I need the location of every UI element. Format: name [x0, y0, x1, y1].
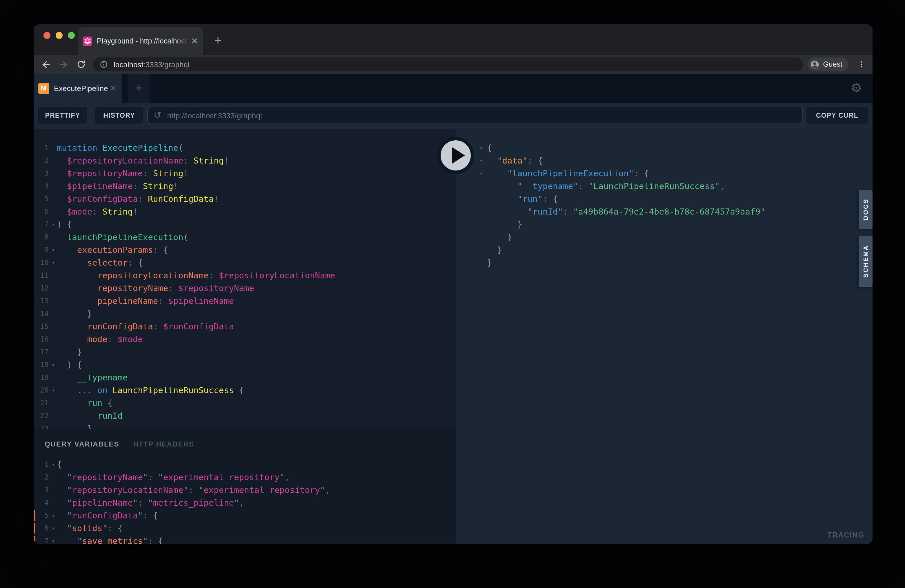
query-code-line[interactable]: 21 run { — [33, 397, 456, 409]
address-bar[interactable]: localhost:3333/graphql — [93, 57, 803, 72]
schema-side-tab[interactable]: SCHEMA — [859, 236, 873, 287]
variables-line[interactable]: 1▾{ — [33, 458, 456, 471]
query-code-line[interactable]: 8 launchPipelineExecution( — [33, 231, 456, 243]
line-number: 15 — [33, 320, 49, 333]
line-number: 11 — [33, 269, 49, 282]
variables-editor[interactable]: 1▾{2 "repositoryName": "experimental_rep… — [33, 456, 456, 544]
variables-line[interactable]: 4 "pipelineName": "metrics_pipeline", — [33, 496, 456, 509]
tracing-toggle[interactable]: TRACING — [827, 531, 864, 539]
query-code-line[interactable]: 16 mode: $mode — [33, 333, 456, 346]
query-code-line[interactable]: 12 repositoryName: $repositoryName — [33, 282, 456, 295]
reload-icon[interactable] — [74, 57, 88, 72]
endpoint-input[interactable]: ↺ http://localhost:3333/graphql — [147, 107, 803, 124]
query-code-line[interactable]: 1mutation ExecutePipeline( — [33, 141, 456, 154]
response-line[interactable]: "run": { — [456, 192, 873, 205]
execute-play-button[interactable] — [437, 137, 474, 174]
query-code-line[interactable]: 11 repositoryLocationName: $repositoryLo… — [33, 269, 456, 282]
response-line[interactable]: "__typename": "LaunchPipelineRunSuccess"… — [456, 180, 873, 192]
line-number: 4 — [33, 496, 49, 509]
fold-arrow-icon[interactable]: ▾ — [478, 154, 485, 167]
query-code-line[interactable]: 9▾ executionParams: { — [33, 243, 456, 256]
browser-menu-icon[interactable] — [854, 57, 868, 72]
response-line[interactable]: } — [456, 256, 873, 269]
query-code-line[interactable]: 5 $runConfigData: RunConfigData! — [33, 192, 456, 205]
line-number: 2 — [33, 471, 49, 484]
fold-arrow-icon[interactable]: ▾ — [50, 458, 57, 471]
response-line[interactable]: } — [456, 231, 873, 243]
query-code-line[interactable]: 22 runId — [33, 409, 456, 422]
tab-http-headers[interactable]: HTTP HEADERS — [133, 440, 194, 448]
docs-side-tab[interactable]: DOCS — [859, 190, 873, 229]
minimize-window-button[interactable] — [56, 32, 63, 39]
fold-arrow-icon[interactable]: ▾ — [50, 522, 57, 535]
query-editor[interactable]: 1mutation ExecutePipeline(2 $repositoryL… — [33, 129, 456, 429]
response-line[interactable]: } — [456, 218, 873, 231]
query-code-line[interactable]: 19 __typename — [33, 371, 456, 384]
line-number: 1 — [33, 141, 49, 154]
line-number: 8 — [33, 231, 49, 243]
query-code-line[interactable]: 2 $repositoryLocationName: String! — [33, 154, 456, 167]
tab-query-variables[interactable]: QUERY VARIABLES — [44, 440, 119, 448]
line-number: 16 — [33, 333, 49, 346]
variables-line[interactable]: 5▾ "runConfigData": { — [33, 509, 456, 522]
query-code-line[interactable]: 7▾) { — [33, 218, 456, 231]
line-number: 22 — [33, 409, 49, 422]
tab-close-icon[interactable]: ✕ — [191, 37, 198, 45]
line-number: 20 — [33, 384, 49, 397]
query-code-line[interactable]: 10▾ selector: { — [33, 256, 456, 269]
browser-tab[interactable]: Playground - http://localhost:3 ✕ — [78, 27, 203, 55]
screen: Playground - http://localhost:3 ✕ + loca… — [0, 0, 905, 588]
playground-new-tab-button[interactable]: + — [128, 74, 149, 103]
profile-button[interactable]: Guest — [808, 57, 848, 72]
fold-arrow-icon[interactable]: ▾ — [50, 358, 57, 371]
settings-gear-icon[interactable]: ⚙ — [851, 74, 862, 103]
playground-tab-close-icon[interactable]: ✕ — [110, 84, 116, 93]
fold-arrow-icon[interactable]: ▾ — [478, 167, 485, 180]
query-code-line[interactable]: 4 $pipelineName: String! — [33, 180, 456, 192]
variables-line[interactable]: 3 "repositoryLocationName": "experimenta… — [33, 484, 456, 496]
back-icon[interactable] — [38, 57, 52, 72]
fold-arrow-icon[interactable]: ▾ — [50, 509, 57, 522]
query-code-line[interactable]: 15 runConfigData: $runConfigData — [33, 320, 456, 333]
fold-arrow-icon[interactable]: ▾ — [478, 141, 485, 154]
query-code-line[interactable]: 23 } — [33, 422, 456, 429]
fold-arrow-icon[interactable]: ▾ — [50, 243, 57, 256]
playground-main: 1mutation ExecutePipeline(2 $repositoryL… — [33, 129, 873, 544]
query-code-line[interactable]: 6 $mode: String! — [33, 205, 456, 218]
history-button[interactable]: HISTORY — [95, 107, 143, 124]
response-line[interactable]: ▾{ — [456, 141, 873, 154]
playground-tab[interactable]: M ExecutePipeline ✕ — [33, 74, 122, 103]
fold-arrow-icon[interactable]: ▾ — [50, 384, 57, 397]
variables-line[interactable]: 7▾ "save_metrics": { — [33, 535, 456, 544]
line-number: 23 — [33, 422, 49, 429]
response-line[interactable]: } — [456, 243, 873, 256]
new-tab-button[interactable]: + — [209, 31, 227, 50]
query-code-line[interactable]: 14 } — [33, 307, 456, 320]
response-line[interactable]: ▾ "data": { — [456, 154, 873, 167]
response-line[interactable]: "runId": "a49b864a-79e2-4be8-b78c-687457… — [456, 205, 873, 218]
reload-schema-icon[interactable]: ↺ — [154, 111, 162, 120]
query-code-line[interactable]: 13 pipelineName: $pipelineName — [33, 295, 456, 307]
response-line[interactable]: ▾ "launchPipelineExecution": { — [456, 167, 873, 180]
fold-arrow-icon[interactable]: ▾ — [50, 535, 57, 544]
site-info-icon[interactable] — [100, 60, 108, 68]
browser-toolbar: localhost:3333/graphql Guest — [33, 55, 873, 74]
close-window-button[interactable] — [43, 32, 51, 39]
query-code-line[interactable]: 20▾ ... on LaunchPipelineRunSuccess { — [33, 384, 456, 397]
query-code-line[interactable]: 3 $repositoryName: String! — [33, 167, 456, 180]
browser-window: Playground - http://localhost:3 ✕ + loca… — [33, 24, 873, 544]
variables-line[interactable]: 2 "repositoryName": "experimental_reposi… — [33, 471, 456, 484]
prettify-button[interactable]: PRETTIFY — [38, 107, 87, 124]
line-number: 12 — [33, 282, 49, 295]
maximize-window-button[interactable] — [68, 32, 75, 39]
forward-icon[interactable] — [57, 57, 71, 72]
fold-arrow-icon[interactable]: ▾ — [50, 256, 57, 269]
fold-arrow-icon[interactable]: ▾ — [50, 218, 57, 231]
query-code-line[interactable]: 18▾ ) { — [33, 358, 456, 371]
window-controls — [43, 32, 75, 39]
variables-line[interactable]: 6▾ "solids": { — [33, 522, 456, 535]
line-number: 3 — [33, 167, 49, 180]
response-pane: ▾{▾ "data": {▾ "launchPipelineExecution"… — [456, 129, 873, 544]
query-code-line[interactable]: 17 } — [33, 346, 456, 358]
copy-curl-button[interactable]: COPY CURL — [807, 107, 868, 124]
